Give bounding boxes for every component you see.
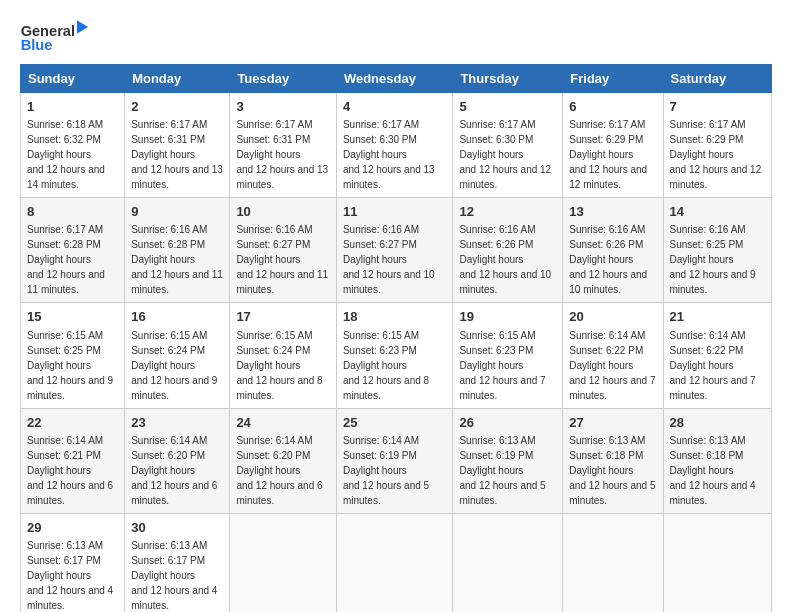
day-info: Sunrise: 6:13 AMSunset: 6:18 PMDaylight … xyxy=(569,435,655,506)
weekday-header-thursday: Thursday xyxy=(453,65,563,93)
day-info: Sunrise: 6:15 AMSunset: 6:24 PMDaylight … xyxy=(236,330,322,401)
day-cell: 15Sunrise: 6:15 AMSunset: 6:25 PMDayligh… xyxy=(21,303,125,408)
week-row-4: 22Sunrise: 6:14 AMSunset: 6:21 PMDayligh… xyxy=(21,408,772,513)
day-number: 11 xyxy=(343,203,447,221)
day-number: 3 xyxy=(236,98,330,116)
day-info: Sunrise: 6:17 AMSunset: 6:30 PMDaylight … xyxy=(343,119,435,190)
day-cell: 20Sunrise: 6:14 AMSunset: 6:22 PMDayligh… xyxy=(563,303,663,408)
day-number: 26 xyxy=(459,414,556,432)
svg-marker-2 xyxy=(77,20,88,34)
day-cell: 6Sunrise: 6:17 AMSunset: 6:29 PMDaylight… xyxy=(563,93,663,198)
day-cell xyxy=(563,513,663,612)
day-info: Sunrise: 6:16 AMSunset: 6:26 PMDaylight … xyxy=(569,224,647,295)
day-cell: 26Sunrise: 6:13 AMSunset: 6:19 PMDayligh… xyxy=(453,408,563,513)
header-row: SundayMondayTuesdayWednesdayThursdayFrid… xyxy=(21,65,772,93)
day-info: Sunrise: 6:17 AMSunset: 6:31 PMDaylight … xyxy=(236,119,328,190)
day-cell: 10Sunrise: 6:16 AMSunset: 6:27 PMDayligh… xyxy=(230,198,337,303)
day-cell: 18Sunrise: 6:15 AMSunset: 6:23 PMDayligh… xyxy=(336,303,453,408)
week-row-2: 8Sunrise: 6:17 AMSunset: 6:28 PMDaylight… xyxy=(21,198,772,303)
day-info: Sunrise: 6:15 AMSunset: 6:23 PMDaylight … xyxy=(343,330,429,401)
day-number: 16 xyxy=(131,308,223,326)
day-info: Sunrise: 6:16 AMSunset: 6:27 PMDaylight … xyxy=(236,224,328,295)
day-cell: 28Sunrise: 6:13 AMSunset: 6:18 PMDayligh… xyxy=(663,408,772,513)
weekday-header-saturday: Saturday xyxy=(663,65,772,93)
weekday-header-wednesday: Wednesday xyxy=(336,65,453,93)
day-info: Sunrise: 6:16 AMSunset: 6:28 PMDaylight … xyxy=(131,224,223,295)
page: GeneralBlue SundayMondayTuesdayWednesday… xyxy=(0,0,792,612)
day-info: Sunrise: 6:14 AMSunset: 6:19 PMDaylight … xyxy=(343,435,429,506)
day-info: Sunrise: 6:14 AMSunset: 6:20 PMDaylight … xyxy=(236,435,322,506)
day-info: Sunrise: 6:13 AMSunset: 6:17 PMDaylight … xyxy=(27,540,113,611)
day-cell: 25Sunrise: 6:14 AMSunset: 6:19 PMDayligh… xyxy=(336,408,453,513)
day-cell: 24Sunrise: 6:14 AMSunset: 6:20 PMDayligh… xyxy=(230,408,337,513)
day-info: Sunrise: 6:15 AMSunset: 6:24 PMDaylight … xyxy=(131,330,217,401)
day-number: 1 xyxy=(27,98,118,116)
day-number: 21 xyxy=(670,308,766,326)
day-cell: 11Sunrise: 6:16 AMSunset: 6:27 PMDayligh… xyxy=(336,198,453,303)
day-number: 18 xyxy=(343,308,447,326)
day-number: 24 xyxy=(236,414,330,432)
day-cell: 30Sunrise: 6:13 AMSunset: 6:17 PMDayligh… xyxy=(125,513,230,612)
day-number: 20 xyxy=(569,308,656,326)
day-cell: 3Sunrise: 6:17 AMSunset: 6:31 PMDaylight… xyxy=(230,93,337,198)
week-row-1: 1Sunrise: 6:18 AMSunset: 6:32 PMDaylight… xyxy=(21,93,772,198)
header: GeneralBlue xyxy=(20,18,772,54)
day-info: Sunrise: 6:17 AMSunset: 6:28 PMDaylight … xyxy=(27,224,105,295)
day-number: 17 xyxy=(236,308,330,326)
svg-text:Blue: Blue xyxy=(21,37,53,53)
day-cell: 16Sunrise: 6:15 AMSunset: 6:24 PMDayligh… xyxy=(125,303,230,408)
day-number: 14 xyxy=(670,203,766,221)
logo-icon: GeneralBlue xyxy=(20,18,100,54)
day-info: Sunrise: 6:18 AMSunset: 6:32 PMDaylight … xyxy=(27,119,105,190)
day-cell: 7Sunrise: 6:17 AMSunset: 6:29 PMDaylight… xyxy=(663,93,772,198)
day-cell: 21Sunrise: 6:14 AMSunset: 6:22 PMDayligh… xyxy=(663,303,772,408)
weekday-header-friday: Friday xyxy=(563,65,663,93)
week-row-5: 29Sunrise: 6:13 AMSunset: 6:17 PMDayligh… xyxy=(21,513,772,612)
day-cell: 22Sunrise: 6:14 AMSunset: 6:21 PMDayligh… xyxy=(21,408,125,513)
day-number: 23 xyxy=(131,414,223,432)
day-info: Sunrise: 6:16 AMSunset: 6:26 PMDaylight … xyxy=(459,224,551,295)
day-info: Sunrise: 6:17 AMSunset: 6:30 PMDaylight … xyxy=(459,119,551,190)
weekday-header-sunday: Sunday xyxy=(21,65,125,93)
day-info: Sunrise: 6:14 AMSunset: 6:21 PMDaylight … xyxy=(27,435,113,506)
day-info: Sunrise: 6:15 AMSunset: 6:23 PMDaylight … xyxy=(459,330,545,401)
day-cell: 23Sunrise: 6:14 AMSunset: 6:20 PMDayligh… xyxy=(125,408,230,513)
day-cell: 2Sunrise: 6:17 AMSunset: 6:31 PMDaylight… xyxy=(125,93,230,198)
day-cell: 12Sunrise: 6:16 AMSunset: 6:26 PMDayligh… xyxy=(453,198,563,303)
day-number: 4 xyxy=(343,98,447,116)
day-number: 22 xyxy=(27,414,118,432)
week-row-3: 15Sunrise: 6:15 AMSunset: 6:25 PMDayligh… xyxy=(21,303,772,408)
day-number: 2 xyxy=(131,98,223,116)
day-info: Sunrise: 6:16 AMSunset: 6:25 PMDaylight … xyxy=(670,224,756,295)
day-info: Sunrise: 6:13 AMSunset: 6:17 PMDaylight … xyxy=(131,540,217,611)
weekday-header-monday: Monday xyxy=(125,65,230,93)
day-cell: 5Sunrise: 6:17 AMSunset: 6:30 PMDaylight… xyxy=(453,93,563,198)
day-info: Sunrise: 6:17 AMSunset: 6:29 PMDaylight … xyxy=(569,119,647,190)
day-cell: 9Sunrise: 6:16 AMSunset: 6:28 PMDaylight… xyxy=(125,198,230,303)
day-number: 30 xyxy=(131,519,223,537)
day-number: 28 xyxy=(670,414,766,432)
day-number: 19 xyxy=(459,308,556,326)
day-cell xyxy=(230,513,337,612)
day-cell: 13Sunrise: 6:16 AMSunset: 6:26 PMDayligh… xyxy=(563,198,663,303)
day-number: 15 xyxy=(27,308,118,326)
day-info: Sunrise: 6:16 AMSunset: 6:27 PMDaylight … xyxy=(343,224,435,295)
day-number: 7 xyxy=(670,98,766,116)
day-info: Sunrise: 6:13 AMSunset: 6:18 PMDaylight … xyxy=(670,435,756,506)
calendar-table: SundayMondayTuesdayWednesdayThursdayFrid… xyxy=(20,64,772,612)
day-number: 29 xyxy=(27,519,118,537)
day-number: 9 xyxy=(131,203,223,221)
day-info: Sunrise: 6:13 AMSunset: 6:19 PMDaylight … xyxy=(459,435,545,506)
day-info: Sunrise: 6:17 AMSunset: 6:29 PMDaylight … xyxy=(670,119,762,190)
day-cell: 1Sunrise: 6:18 AMSunset: 6:32 PMDaylight… xyxy=(21,93,125,198)
day-number: 27 xyxy=(569,414,656,432)
day-number: 5 xyxy=(459,98,556,116)
day-cell: 27Sunrise: 6:13 AMSunset: 6:18 PMDayligh… xyxy=(563,408,663,513)
day-cell: 4Sunrise: 6:17 AMSunset: 6:30 PMDaylight… xyxy=(336,93,453,198)
day-number: 13 xyxy=(569,203,656,221)
day-cell: 8Sunrise: 6:17 AMSunset: 6:28 PMDaylight… xyxy=(21,198,125,303)
logo: GeneralBlue xyxy=(20,18,100,54)
day-info: Sunrise: 6:15 AMSunset: 6:25 PMDaylight … xyxy=(27,330,113,401)
day-info: Sunrise: 6:17 AMSunset: 6:31 PMDaylight … xyxy=(131,119,223,190)
day-number: 6 xyxy=(569,98,656,116)
